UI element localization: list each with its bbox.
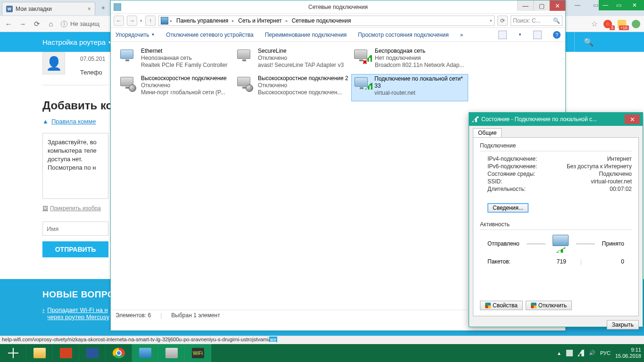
tab-close-icon[interactable]: ×: [87, 5, 91, 12]
packets-sent: 719: [557, 258, 566, 265]
attach-image-link[interactable]: 🖼Прикрепить изобра: [42, 205, 101, 212]
back-icon[interactable]: ←: [4, 19, 13, 29]
task-app1[interactable]: [158, 344, 185, 362]
connection-item-wireless[interactable]: ✖ Беспроводная сеть Нет подключения Broa…: [351, 47, 468, 74]
breadcrumb-item[interactable]: Сетевые подключения: [290, 17, 353, 24]
antivirus-ext-icon[interactable]: [632, 20, 640, 28]
start-button[interactable]: [0, 344, 26, 362]
adblock-ext-icon[interactable]: +16: [618, 20, 626, 28]
submit-button[interactable]: ОТПРАВИТЬ: [42, 241, 108, 257]
back-button[interactable]: ←: [114, 16, 124, 26]
dialog-close-button[interactable]: ✕: [625, 115, 640, 124]
connection-item-ethernet[interactable]: Ethernet Неопознанная сеть Realtek PCIe …: [117, 47, 234, 74]
opera-ext-icon[interactable]: 3: [603, 20, 612, 28]
chevron-right-icon[interactable]: ▸: [169, 18, 173, 23]
not-secure-icon: i: [61, 21, 67, 27]
comment-rules-link[interactable]: ▲ Правила комме: [42, 118, 96, 125]
shield-icon: [531, 303, 537, 308]
browser-tab[interactable]: w Мои закладки ×: [2, 2, 95, 15]
search-icon: 🔍: [553, 17, 560, 24]
chevron-down-icon[interactable]: ▼: [518, 33, 522, 37]
control-panel-icon: [161, 17, 168, 25]
organize-menu[interactable]: Упорядочить▼: [116, 32, 155, 38]
close-button[interactable]: ✕: [625, 0, 644, 10]
maximize-button[interactable]: ▭: [612, 0, 625, 10]
star-icon[interactable]: ☆: [591, 19, 598, 28]
breadcrumb-item[interactable]: Сеть и Интернет: [236, 17, 283, 24]
chevron-down-icon[interactable]: ▾: [490, 18, 492, 23]
taskbar: WiFi ▲ 🔊 РУС 9:11 15.06.2018: [0, 344, 644, 362]
recent-dropdown-icon[interactable]: ▾: [140, 18, 142, 23]
action-center-icon[interactable]: [566, 350, 573, 356]
tab-general[interactable]: Общие: [473, 128, 502, 137]
properties-button[interactable]: Свойства: [480, 301, 523, 310]
disable-device-button[interactable]: Отключение сетевого устройства: [166, 32, 253, 38]
explorer-command-bar: Упорядочить▼ Отключение сетевого устройс…: [111, 28, 565, 42]
minimize-button[interactable]: —: [569, 0, 586, 10]
task-powerpoint[interactable]: [53, 344, 79, 362]
name-input[interactable]: [42, 222, 108, 236]
media-value: Подключено: [599, 171, 632, 177]
disconnect-button[interactable]: Отключить: [526, 301, 572, 310]
signal-icon: [472, 116, 479, 122]
forward-button[interactable]: →: [127, 16, 137, 26]
tray-up-icon[interactable]: ▲: [557, 351, 561, 356]
refresh-button[interactable]: ⟳: [497, 16, 508, 26]
duration-value: 00:07:02: [610, 186, 632, 192]
explorer-titlebar[interactable]: Сетевые подключения — ▢ ✕: [111, 0, 565, 14]
wifi-icon: ✖: [352, 49, 371, 67]
post-date: 07.05.201: [80, 56, 105, 62]
language-indicator[interactable]: РУС: [600, 350, 611, 356]
wan-icon: [235, 76, 254, 95]
packets-label: Пакетов:: [487, 258, 511, 265]
forward-icon[interactable]: →: [18, 19, 27, 29]
close-dialog-button[interactable]: Закрыть: [607, 320, 639, 329]
packets-received: 0: [596, 258, 624, 265]
wifi-icon: [353, 76, 371, 95]
ethernet-icon: [235, 49, 254, 67]
task-chrome[interactable]: [106, 344, 132, 362]
connection-item-secureline[interactable]: SecureLine Отключено avast! SecureLine T…: [234, 47, 351, 74]
home-icon[interactable]: ⌂: [46, 19, 56, 29]
chevron-right-icon[interactable]: ▸: [285, 18, 289, 23]
breadcrumb-item[interactable]: Панель управления: [174, 17, 230, 24]
rename-connection-button[interactable]: Переименование подключения: [265, 32, 347, 38]
task-explorer[interactable]: [26, 344, 53, 362]
task-wifi-app[interactable]: WiFi: [185, 344, 211, 362]
connection-item-wan1[interactable]: Высокоскоростное подключение Отключено М…: [117, 74, 234, 101]
explorer-search-input[interactable]: Поиск: С... 🔍: [511, 16, 562, 26]
clock[interactable]: 9:11 15.06.2018: [615, 347, 641, 359]
maximize-button[interactable]: ▢: [533, 0, 549, 11]
view-options-icon[interactable]: [498, 31, 507, 39]
extension-icons: ☆ 3 +16: [591, 19, 640, 28]
connection-status-dialog: Состояние - Подключение по локальной с..…: [469, 112, 643, 327]
add-comment-heading: Добавить ко: [42, 99, 113, 112]
details-button[interactable]: Сведения...: [487, 203, 528, 213]
section-activity: Активность: [480, 221, 632, 228]
up-button[interactable]: ↑: [145, 16, 156, 26]
view-status-button[interactable]: Просмотр состояния подключения: [358, 32, 448, 38]
site-search-button[interactable]: 🔍: [574, 32, 603, 52]
minimize-button[interactable]: —: [517, 0, 533, 11]
help-icon[interactable]: ?: [553, 31, 561, 39]
close-button[interactable]: ✕: [549, 0, 565, 11]
ethernet-icon: [118, 49, 137, 67]
comment-textarea[interactable]: Здравствуйте, во компьютера теле доступа…: [42, 133, 108, 199]
preview-pane-icon[interactable]: [533, 31, 542, 39]
connection-item-lan33[interactable]: Подключение по локальной сети* 33 virtua…: [351, 74, 468, 101]
chevron-right-icon[interactable]: ▸: [231, 18, 235, 23]
selection-count: Выбран 1 элемент: [171, 312, 220, 319]
dialog-titlebar[interactable]: Состояние - Подключение по локальной с..…: [469, 113, 643, 126]
connection-item-wan2[interactable]: Высокоскоростное подключение 2 Отключено…: [234, 74, 351, 101]
chevron-right-icon: ›: [42, 306, 44, 321]
network-tray-icon[interactable]: [578, 350, 584, 356]
volume-icon[interactable]: 🔊: [589, 350, 595, 356]
task-control-panel[interactable]: [132, 344, 158, 362]
more-commands-button[interactable]: »: [460, 32, 463, 38]
reload-icon[interactable]: ⟳: [32, 19, 41, 29]
ipv4-value: Интернет: [607, 156, 632, 162]
newtab-icon[interactable]: ✶: [99, 4, 107, 12]
minimize-button[interactable]: —: [599, 0, 612, 10]
task-word[interactable]: [79, 344, 106, 362]
breadcrumb[interactable]: ▸ Панель управления ▸ Сеть и Интернет ▸ …: [158, 16, 495, 26]
